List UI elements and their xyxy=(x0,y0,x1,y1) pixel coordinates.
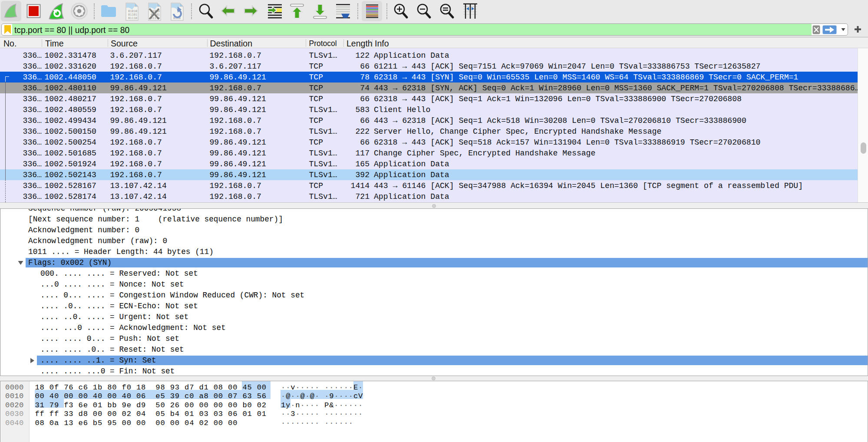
svg-text:01110: 01110 xyxy=(128,16,137,20)
svg-text:01010: 01010 xyxy=(128,10,137,13)
svg-text:01101: 01101 xyxy=(128,13,137,16)
